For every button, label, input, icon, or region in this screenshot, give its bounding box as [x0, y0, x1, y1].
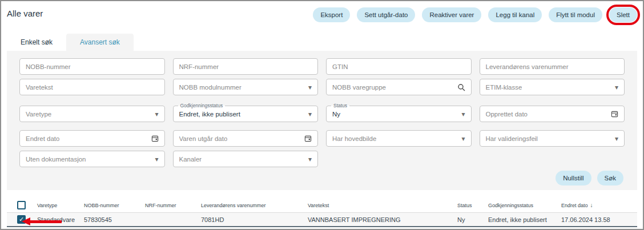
table-cell: Endret, ikke publisert — [488, 216, 561, 223]
select-all-checkbox[interactable] — [17, 201, 26, 209]
godkjenningsstatus-select[interactable]: GodkjenningsstatusEndret, ikke publisert… — [173, 106, 319, 122]
reaktiver-varer-button[interactable]: Reaktiver varer — [422, 7, 481, 22]
page-title: Alle varer — [7, 7, 43, 18]
nobb-modulnummer-select[interactable]: NOBB modulnummer▾ — [173, 79, 319, 95]
leverandorens-varenummer-input[interactable]: Leverandørens varenummer — [480, 58, 625, 75]
search-icon[interactable] — [457, 83, 465, 91]
sort-desc-icon[interactable]: ↓ — [590, 202, 593, 208]
filter-row-1: NOBB-nummerNRF-nummerGTINLeverandørens v… — [19, 58, 625, 75]
calendar-icon[interactable] — [611, 110, 618, 118]
arrow-tail — [29, 220, 62, 223]
calendar-icon[interactable] — [151, 135, 159, 142]
field-placeholder: GTIN — [332, 63, 348, 70]
filter-actions: NullstillSøk — [19, 171, 625, 185]
column-header-leverand-rens-varenummer[interactable]: Leverandørens varenummer — [201, 203, 308, 208]
table-body: ✓Standardvare578305457081HDVANNBASERT IM… — [7, 213, 637, 227]
etim-klasse-select[interactable]: ETIM-klasse▾ — [480, 79, 625, 95]
filter-row-4: Endret datoVaren utgår datoHar hovedbild… — [19, 130, 625, 147]
field-placeholder: NOBB varegruppe — [332, 84, 386, 91]
field-placeholder: ETIM-klasse — [486, 84, 522, 91]
column-header-nrf-nummer[interactable]: NRF-nummer — [145, 203, 201, 208]
column-header-status[interactable]: Status — [457, 203, 488, 208]
field-placeholder: Varetekst — [26, 84, 53, 91]
column-header-nobb-nummer[interactable]: NOBB-nummer — [84, 203, 145, 208]
table-header-row: VaretypeNOBB-nummerNRF-nummerLeverandøre… — [7, 198, 637, 213]
status-select-icon[interactable]: ▾ — [461, 111, 465, 118]
field-placeholder: Endret dato — [26, 135, 59, 142]
filter-row-3: Varetype▾GodkjenningsstatusEndret, ikke … — [19, 106, 625, 122]
varetype-select[interactable]: Varetype▾ — [19, 106, 165, 122]
field-value: Endret, ikke publisert — [179, 111, 240, 118]
godkjenningsstatus-select-icon[interactable]: ▾ — [308, 111, 312, 118]
field-value: Ny — [332, 111, 340, 118]
field-placeholder: NOBB modulnummer — [179, 84, 242, 91]
gtin-input[interactable]: GTIN — [326, 58, 472, 75]
field-placeholder: Opprettet dato — [486, 111, 528, 118]
filter-panel: NOBB-nummerNRF-nummerGTINLeverandørens v… — [7, 51, 637, 190]
uten-dokumentasjon-select-icon[interactable]: ▾ — [155, 156, 158, 163]
filter-row-2: VaretekstNOBB modulnummer▾NOBB varegrupp… — [19, 79, 625, 95]
annotation-arrow — [22, 217, 62, 226]
filter-row-5: Uten dokumentasjon▾Kanaler▾ — [19, 151, 625, 167]
nobb-modulnummer-select-icon[interactable]: ▾ — [308, 84, 312, 91]
column-header-varetype[interactable]: Varetype — [37, 203, 84, 208]
field-label: Godkjenningsstatus — [178, 103, 226, 109]
varetekst-input[interactable]: Varetekst — [19, 79, 165, 95]
field-label: Status — [331, 103, 349, 109]
field-placeholder: Varetype — [26, 111, 51, 118]
varetype-select-icon[interactable]: ▾ — [155, 111, 158, 118]
kanaler-select-icon[interactable]: ▾ — [308, 156, 312, 163]
nullstill-button[interactable]: Nullstill — [556, 171, 591, 185]
table-cell: 17.06.2024 13.58 — [561, 216, 637, 223]
tabs: Enkelt søkAvansert søk — [7, 34, 134, 51]
field-placeholder: Har hovedbilde — [332, 135, 376, 142]
kanaler-select[interactable]: Kanaler▾ — [173, 151, 319, 167]
legg-til-kanal-button[interactable]: Legg til kanal — [488, 7, 542, 22]
eksport-button[interactable]: Eksport — [313, 7, 350, 22]
alle-varer-page: Alle varer EksportSett utgår-datoReaktiv… — [0, 0, 644, 230]
varen-utgar-dato-input[interactable]: Varen utgår dato — [173, 130, 319, 147]
column-header-godkjenningsstatus[interactable]: Godkjenningsstatus — [488, 203, 561, 208]
field-placeholder: NRF-nummer — [179, 63, 219, 70]
table-cell: Ny — [457, 216, 488, 223]
slett-button[interactable]: Slett — [609, 7, 637, 22]
nobb-nummer-input[interactable]: NOBB-nummer — [19, 58, 165, 75]
column-header-endret-dato[interactable]: Endret dato↓ — [561, 202, 637, 208]
sok-button[interactable]: Søk — [597, 171, 623, 185]
endret-dato-input[interactable]: Endret dato — [19, 130, 165, 147]
table-cell: VANNBASERT IMPREGNERING — [308, 216, 457, 223]
tab-avansert-sok[interactable]: Avansert søk — [66, 34, 134, 51]
tab-enkelt-sok[interactable]: Enkelt søk — [7, 34, 66, 51]
field-placeholder: Uten dokumentasjon — [26, 156, 86, 163]
field-placeholder: Leverandørens varenummer — [486, 63, 569, 70]
har-valideringsfeil-select[interactable]: Har valideringsfeil▾ — [480, 130, 625, 147]
field-placeholder: Kanaler — [179, 156, 202, 163]
toolbar: EksportSett utgår-datoReaktiver varerLeg… — [313, 7, 637, 22]
field-placeholder: Varen utgår dato — [179, 135, 228, 142]
har-hovedbilde-select[interactable]: Har hovedbilde▾ — [326, 130, 472, 147]
uten-dokumentasjon-select[interactable]: Uten dokumentasjon▾ — [19, 151, 165, 167]
etim-klasse-select-icon[interactable]: ▾ — [615, 84, 618, 91]
table-cell: 57830545 — [84, 216, 145, 223]
nrf-nummer-input[interactable]: NRF-nummer — [173, 58, 319, 75]
field-placeholder: Har valideringsfeil — [486, 135, 538, 142]
table-cell: 7081HD — [201, 216, 308, 223]
nobb-varegruppe-input[interactable]: NOBB varegruppe — [326, 79, 472, 95]
field-placeholder: NOBB-nummer — [26, 63, 71, 70]
flytt-til-modul-button[interactable]: Flytt til modul — [549, 7, 602, 22]
har-valideringsfeil-select-icon[interactable]: ▾ — [615, 135, 618, 142]
opprettet-dato-input[interactable]: Opprettet dato — [480, 106, 625, 122]
calendar-icon[interactable] — [304, 135, 312, 142]
page-header: Alle varer EksportSett utgår-datoReaktiv… — [7, 7, 637, 22]
sett-utgar-dato-button[interactable]: Sett utgår-dato — [357, 7, 415, 22]
table-row[interactable]: ✓Standardvare578305457081HDVANNBASERT IM… — [7, 213, 637, 227]
status-select[interactable]: StatusNy▾ — [326, 106, 472, 122]
results-table: VaretypeNOBB-nummerNRF-nummerLeverandøre… — [7, 198, 637, 227]
har-hovedbilde-select-icon[interactable]: ▾ — [461, 135, 465, 142]
filter-grid: NOBB-nummerNRF-nummerGTINLeverandørens v… — [19, 58, 625, 167]
column-header-varetekst[interactable]: Varetekst — [308, 203, 457, 208]
